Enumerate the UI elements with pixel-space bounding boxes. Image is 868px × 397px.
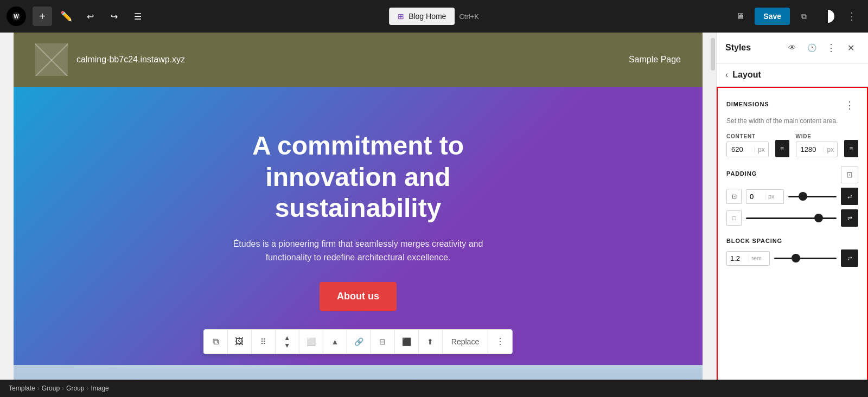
- breadcrumb-group-1[interactable]: Group: [42, 385, 60, 392]
- padding-top-icon: ⊡: [726, 189, 742, 204]
- padding-label: PADDING: [726, 170, 757, 177]
- link-button[interactable]: 🔗: [347, 330, 371, 354]
- ellipsis-icon: ⋮: [847, 10, 857, 22]
- padding-h-slider[interactable]: [746, 213, 837, 223]
- padding-h-link-icon[interactable]: ⇌: [841, 209, 858, 227]
- copy-block-button[interactable]: ⧉: [204, 330, 228, 354]
- link-dimensions-button[interactable]: ≡: [775, 140, 789, 157]
- overlay-button[interactable]: ⬛: [395, 330, 419, 354]
- updown-icon: ▲▼: [284, 334, 290, 349]
- site-nav-item[interactable]: Sample Page: [629, 55, 681, 65]
- shortcut-hint: Ctrl+K: [459, 12, 478, 21]
- edit-button[interactable]: ✏️: [56, 7, 76, 26]
- dots-icon: ⋮: [496, 336, 505, 347]
- blog-home-button[interactable]: ⊞ Blog Home: [389, 8, 455, 25]
- about-us-button[interactable]: About us: [320, 282, 397, 311]
- top-toolbar: W + ✏️ ↩ ↪ ☰ ⊞ Blog Home Ctrl+K 🖥 Save ⧉: [0, 0, 868, 33]
- breadcrumb-image[interactable]: Image: [91, 385, 108, 392]
- list-icon: ☰: [134, 11, 142, 22]
- back-button[interactable]: ‹: [725, 70, 728, 80]
- toolbar-center: ⊞ Blog Home Ctrl+K: [389, 8, 479, 25]
- page-icon: ⊞: [398, 12, 404, 21]
- hero-subtitle: Études is a pioneering firm that seamles…: [222, 237, 494, 265]
- dimensions-ellipsis-icon: ⋮: [845, 99, 854, 111]
- corners-symbol: ⊡: [846, 170, 853, 179]
- redo-button[interactable]: ↪: [104, 7, 124, 26]
- toolbar-right: 🖥 Save ⧉ ⋮: [731, 7, 861, 26]
- scrollbar[interactable]: [710, 33, 716, 397]
- site-header: calming-bb7c24.instawp.xyz Sample Page: [14, 33, 703, 87]
- breadcrumb-sep-3: ›: [86, 385, 88, 392]
- bs-slider[interactable]: [774, 253, 837, 264]
- block-more-button[interactable]: ⋮: [488, 330, 512, 354]
- desktop-view-button[interactable]: 🖥: [731, 7, 750, 26]
- plus-icon: +: [39, 10, 46, 23]
- wide-input[interactable]: [796, 142, 824, 157]
- canvas-scroll[interactable]: calming-bb7c24.instawp.xyz Sample Page A…: [0, 33, 716, 397]
- copy-icon: ⧉: [213, 337, 219, 347]
- contrast-button[interactable]: [818, 7, 838, 26]
- save-button[interactable]: Save: [755, 8, 790, 25]
- more-options-button[interactable]: ⋮: [842, 7, 861, 26]
- dimensions-more-button[interactable]: ⋮: [841, 97, 858, 114]
- padding-row-top: ⊡ px ⇌: [726, 188, 858, 205]
- close-panel-button[interactable]: ✕: [842, 39, 859, 56]
- preview-icon-button[interactable]: 👁: [783, 39, 801, 56]
- padding-header: PADDING ⊡: [726, 166, 858, 183]
- padding-top-slider[interactable]: [788, 191, 837, 202]
- bs-link-icon[interactable]: ⇌: [841, 249, 858, 267]
- padding-row-h: □ ⇌: [726, 209, 858, 227]
- upload-button[interactable]: ⬆: [419, 330, 443, 354]
- crop-button[interactable]: ⊟: [371, 330, 395, 354]
- move-up-down-button[interactable]: ▲▼: [276, 330, 299, 354]
- align-icon: ⬜: [307, 337, 316, 346]
- panel-title: Styles: [725, 43, 751, 53]
- breadcrumb-sep-2: ›: [62, 385, 64, 392]
- contrast-icon: [821, 10, 834, 23]
- block-spacing-label: BLOCK SPACING: [726, 238, 782, 244]
- padding-top-input-row: px: [746, 189, 784, 204]
- panel-header: Styles 👁 🕐 ⋮ ✕: [717, 33, 868, 63]
- link-chain-icon: ≡: [780, 145, 784, 152]
- bs-link-symbol: ⇌: [847, 255, 852, 262]
- list-view-button[interactable]: ☰: [128, 7, 148, 26]
- overlay-icon: ⬛: [402, 337, 411, 346]
- text-align-button[interactable]: ▲: [323, 330, 347, 354]
- image-icon: 🖼: [235, 337, 244, 347]
- drag-handle-button[interactable]: ⠿: [252, 330, 276, 354]
- crop-icon: ⊟: [379, 337, 386, 346]
- panel-more-button[interactable]: ⋮: [822, 39, 840, 56]
- breadcrumb-template: Template: [9, 385, 35, 392]
- block-spacing-section: BLOCK SPACING rem: [726, 235, 858, 267]
- padding-top-link-icon[interactable]: ⇌: [841, 188, 858, 205]
- split-view-button[interactable]: ⧉: [794, 7, 814, 26]
- dimensions-row: CONTENT px ≡ WIDE px ≡: [726, 133, 858, 157]
- padding-top-input[interactable]: [746, 190, 765, 203]
- upload-icon: ⬆: [427, 337, 433, 346]
- wp-logo[interactable]: W: [7, 7, 26, 26]
- hero-section: A commitment to innovation and sustainab…: [14, 87, 703, 365]
- image-block-button[interactable]: 🖼: [228, 330, 252, 354]
- content-unit: px: [754, 146, 768, 153]
- corners-icon: ⊡: [841, 166, 858, 183]
- back-arrow-icon: ‹: [725, 70, 728, 79]
- align-button[interactable]: ⬜: [299, 330, 323, 354]
- scroll-thumb[interactable]: [711, 38, 715, 71]
- dimensions-label: Dimensions: [726, 101, 769, 107]
- canvas-area: calming-bb7c24.instawp.xyz Sample Page A…: [0, 33, 716, 397]
- padding-top-link-symbol: ⇌: [847, 193, 852, 200]
- canvas-frame: calming-bb7c24.instawp.xyz Sample Page A…: [14, 33, 703, 397]
- wide-input-row: px: [796, 142, 838, 157]
- content-input[interactable]: [727, 142, 754, 157]
- padding-section: PADDING ⊡ ⊡ px: [726, 166, 858, 227]
- add-button[interactable]: +: [33, 7, 52, 26]
- panel-ellipsis-icon: ⋮: [826, 42, 836, 54]
- bs-unit: rem: [749, 255, 764, 261]
- bs-input[interactable]: [727, 252, 749, 265]
- breadcrumb-group-2[interactable]: Group: [66, 385, 84, 392]
- undo-button[interactable]: ↩: [80, 7, 100, 26]
- history-icon-button[interactable]: 🕐: [803, 39, 820, 56]
- top-border-icon: ⊡: [732, 193, 737, 200]
- link-wide-button[interactable]: ≡: [844, 140, 858, 157]
- replace-button[interactable]: Replace: [443, 330, 488, 354]
